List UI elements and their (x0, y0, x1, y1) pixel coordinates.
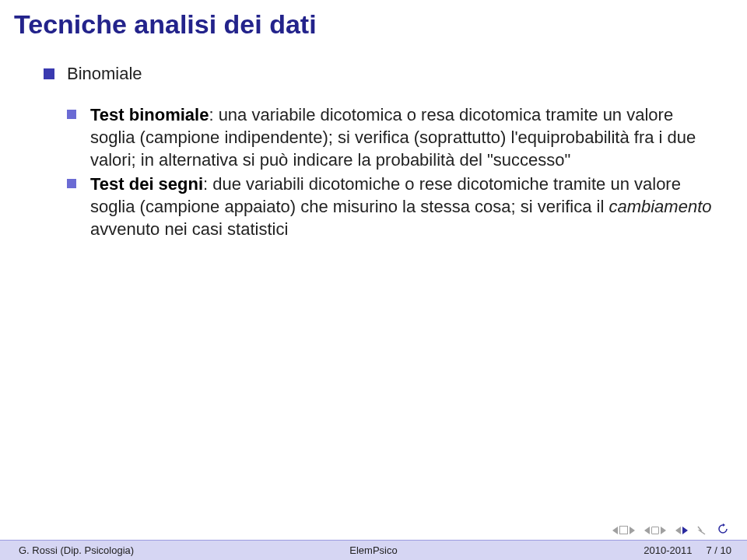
nav-back[interactable] (675, 527, 688, 534)
footer-title: ElemPsico (349, 544, 397, 556)
triangle-right-icon (682, 527, 688, 534)
footer-year: 2010-2011 (644, 544, 692, 556)
triangle-left-icon (644, 527, 650, 534)
slide-title: Tecniche analisi dei dati (14, 9, 317, 40)
nav-controls (612, 523, 728, 537)
footer-bar: G. Rossi (Dip. Psicologia) ElemPsico 201… (0, 540, 747, 560)
footer-page: 7 / 10 (706, 544, 731, 556)
footer-author: G. Rossi (Dip. Psicologia) (19, 544, 134, 556)
zigzag-icon (697, 526, 708, 535)
triangle-right-icon (661, 527, 666, 534)
page-icon (651, 527, 659, 534)
square-bullet-icon (44, 68, 54, 79)
loop-icon (717, 523, 728, 537)
content-area: Binomiale Test binomiale: una variabile … (44, 62, 716, 242)
triangle-left-icon (612, 527, 618, 534)
nav-refresh[interactable] (717, 523, 728, 537)
sub2-italic: cambiamento (608, 197, 711, 216)
nav-zigzag[interactable] (697, 526, 708, 535)
level1-text: Binomiale (67, 64, 142, 83)
triangle-left-icon (675, 527, 681, 534)
nav-first[interactable] (612, 526, 635, 534)
sub2-text-b: avvenuto nei casi statistici (90, 219, 288, 239)
nav-prev[interactable] (644, 527, 666, 534)
square-bullet-icon (67, 110, 76, 119)
sub2-label: Test dei segni (90, 174, 203, 194)
slide: Tecniche analisi dei dati Binomiale Test… (0, 0, 747, 560)
level2-block: Test binomiale: una variabile dicotomica… (67, 103, 716, 240)
bullet-level2: Test dei segni: due variabili dicotomich… (67, 173, 716, 240)
footer-right-group: 2010-2011 7 / 10 (644, 544, 731, 556)
square-icon (619, 526, 628, 534)
bullet-level2: Test binomiale: una variabile dicotomica… (67, 103, 716, 171)
sub1-label: Test binomiale (90, 105, 209, 124)
bullet-level1: Binomiale (44, 62, 716, 85)
triangle-right-icon (630, 527, 635, 534)
square-bullet-icon (67, 179, 76, 188)
